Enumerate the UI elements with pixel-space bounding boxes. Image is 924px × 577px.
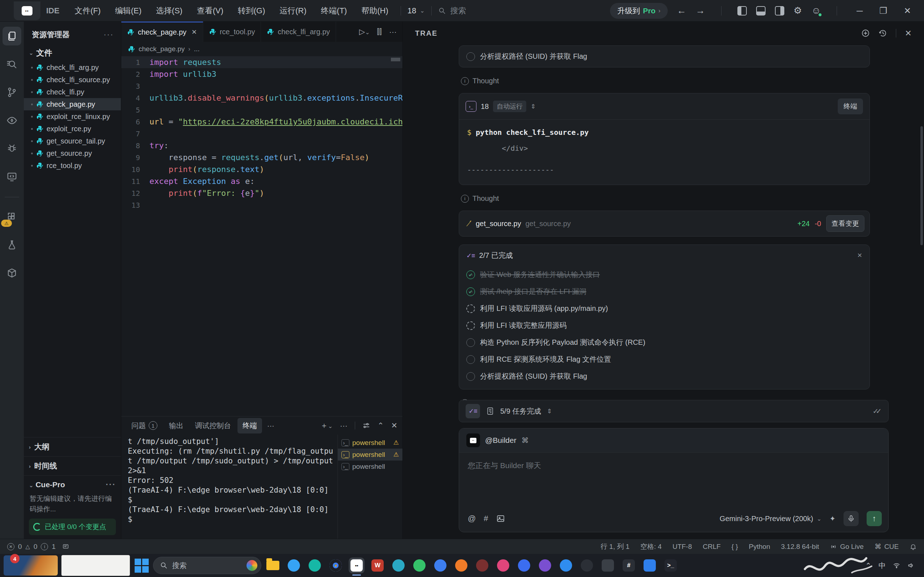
task-item[interactable]: 利用 LFI 读取完整应用源码 <box>459 317 869 334</box>
gear-icon[interactable]: ⚙ <box>794 5 802 16</box>
test-flask-icon[interactable] <box>3 235 21 254</box>
terminal-settings-icon[interactable] <box>362 422 370 429</box>
restore-button[interactable]: ❐ <box>876 6 891 16</box>
history-icon[interactable] <box>879 29 887 37</box>
breadcrumb[interactable]: check_page.py › ... <box>121 42 402 56</box>
panel-tab-输出[interactable]: 输出 <box>164 418 188 434</box>
task-item[interactable]: 利用 LFI 读取应用源码 (app.py/main.py) <box>459 300 869 317</box>
cue-button[interactable]: ⌘CUE <box>874 542 899 551</box>
menu-item-S[interactable]: 选择(S) <box>150 3 188 18</box>
menu-item-F[interactable]: 文件(F) <box>69 3 107 18</box>
scrollbar[interactable] <box>921 126 923 245</box>
taskbar-icon-edge[interactable] <box>286 558 302 574</box>
taskbar-icon-trae[interactable]: ▪▪ <box>349 558 365 574</box>
menu-item-H[interactable]: 帮助(H) <box>355 3 394 18</box>
context-hash-icon[interactable]: # <box>484 514 488 523</box>
go-live-button[interactable]: Go Live <box>830 543 863 551</box>
close-tab-icon[interactable]: ✕ <box>192 28 197 36</box>
file-item[interactable]: check_lfi.py <box>24 86 121 98</box>
document-icon[interactable] <box>486 407 494 416</box>
taskbar-icon-file-explorer[interactable] <box>265 558 281 574</box>
minimap[interactable] <box>391 58 400 61</box>
forward-button[interactable]: → <box>696 5 705 16</box>
start-button[interactable] <box>134 558 149 574</box>
explorer-icon[interactable] <box>3 27 21 45</box>
notifications-bell-icon[interactable] <box>909 543 917 550</box>
terminal-session[interactable]: ›_powershell⚠ <box>338 437 402 449</box>
terminal-session[interactable]: ›_powershell⚠ <box>338 449 402 461</box>
debug-icon[interactable] <box>3 139 21 158</box>
eol-setting[interactable]: CRLF <box>703 543 721 551</box>
task-item[interactable]: ✓验证 Web 服务连通性并确认输入接口 <box>459 266 869 283</box>
task-item[interactable]: ✓测试 /help 接口是否存在 LFI 漏洞 <box>459 283 869 300</box>
auto-run-chip[interactable]: 自动运行 <box>493 101 526 112</box>
tray-chevron-up-icon[interactable]: ⌃ <box>865 561 871 570</box>
ime-indicator[interactable]: 中 <box>879 561 886 571</box>
window-preview-thumbnail[interactable] <box>61 555 130 576</box>
close-panel-icon[interactable]: ✕ <box>905 29 912 38</box>
maximize-panel-icon[interactable]: ⌃ <box>378 421 384 430</box>
warnings-icon[interactable]: △ <box>26 543 30 550</box>
menu-item-E[interactable]: 编辑(E) <box>109 3 147 18</box>
tab-check_page.py[interactable]: check_page.py✕ <box>121 22 203 42</box>
source-control-icon[interactable] <box>3 83 21 102</box>
run-button[interactable]: ▷⌄ <box>359 27 370 36</box>
bracket-setting[interactable]: { } <box>732 543 738 551</box>
encoding[interactable]: UTF-8 <box>672 543 692 551</box>
taskbar-icon-dark-app[interactable] <box>579 558 595 574</box>
taskbar-weather-widget[interactable]: 4 <box>3 555 58 575</box>
file-item[interactable]: exploit_rce_linux.py <box>24 110 121 122</box>
taskbar-icon-pink-app[interactable] <box>495 558 511 574</box>
collapse-icon[interactable]: ✕ <box>857 252 862 259</box>
taskbar-icon-teal-app[interactable] <box>307 558 323 574</box>
task-list-toggle-button[interactable]: ✓≡ <box>465 404 480 418</box>
toggle-right-sidebar-icon[interactable] <box>775 6 784 16</box>
taskbar-icon-blue-app-2[interactable] <box>558 558 574 574</box>
info-icon[interactable]: i <box>41 543 48 550</box>
global-search[interactable]: 搜索 <box>438 5 466 16</box>
taskbar-icon-chrome[interactable] <box>328 558 344 574</box>
view-changes-button[interactable]: 查看变更 <box>826 215 864 232</box>
new-chat-icon[interactable] <box>861 29 870 37</box>
taskbar-icon-maroon-app[interactable] <box>474 558 490 574</box>
panel-tabs-more-icon[interactable]: ··· <box>267 422 274 430</box>
expand-collapse-icon[interactable]: ⇕ <box>547 408 552 415</box>
upgrade-pro-button[interactable]: 升级到 Pro › <box>610 3 667 19</box>
taskbar-icon-widgets-grid[interactable] <box>600 558 616 574</box>
terminal-more-icon[interactable]: ··· <box>340 421 347 430</box>
menu-item-G[interactable]: 转到(G) <box>232 3 271 18</box>
python-interpreter[interactable]: 3.12.8 64-bit <box>781 543 819 551</box>
volume-icon[interactable] <box>908 562 914 569</box>
editor-more-icon[interactable]: ··· <box>389 27 397 36</box>
preview-eye-icon[interactable] <box>3 111 21 130</box>
toggle-bottom-panel-icon[interactable] <box>756 6 766 16</box>
menu-item-T[interactable]: 终端(T) <box>315 3 353 18</box>
errors-icon[interactable]: ✕ <box>7 543 15 550</box>
explorer-more-icon[interactable]: ··· <box>103 30 114 39</box>
panel-tab-问题[interactable]: 问题1 <box>126 418 162 434</box>
avatar[interactable]: ☺ <box>811 5 821 16</box>
code-window-icon[interactable] <box>3 167 21 186</box>
open-terminal-button[interactable]: 终端 <box>838 98 863 114</box>
expand-collapse-icon[interactable]: ⇕ <box>531 103 536 110</box>
sparkle-icon[interactable]: ✦ <box>829 514 835 523</box>
taskbar-icon-word[interactable]: W <box>370 558 386 574</box>
taskbar-icon-blue-app[interactable] <box>516 558 532 574</box>
file-item[interactable]: get_source_tail.py <box>24 135 121 147</box>
task-item[interactable]: 构造 Python 反序列化 Payload 测试命令执行 (RCE) <box>459 334 869 351</box>
close-panel-icon[interactable]: ✕ <box>391 421 397 430</box>
back-button[interactable]: ← <box>677 5 687 16</box>
taskbar-icon-green-app[interactable] <box>412 558 427 574</box>
task-item[interactable]: 利用 RCE 探测系统环境及 Flag 文件位置 <box>459 351 869 368</box>
file-item[interactable]: check_lfi_source.py <box>24 74 121 86</box>
taskbar-icon-firefox[interactable] <box>453 558 469 574</box>
new-terminal-button[interactable]: ＋⌄ <box>320 421 333 430</box>
menu-item-R[interactable]: 运行(R) <box>274 3 313 18</box>
file-item[interactable]: check_page.py <box>24 98 121 110</box>
split-editor-icon[interactable]: ⫿⫿ <box>377 27 382 36</box>
minimize-button[interactable]: ─ <box>853 6 866 16</box>
code-editor[interactable]: 1import requests2import urllib334urllib3… <box>121 56 402 416</box>
taskbar-icon-vscode[interactable] <box>642 558 657 574</box>
model-selector[interactable]: Gemini-3-Pro-Preview (200k)⌄ <box>720 515 822 523</box>
extensions-icon[interactable]: ⚠ <box>3 207 21 226</box>
